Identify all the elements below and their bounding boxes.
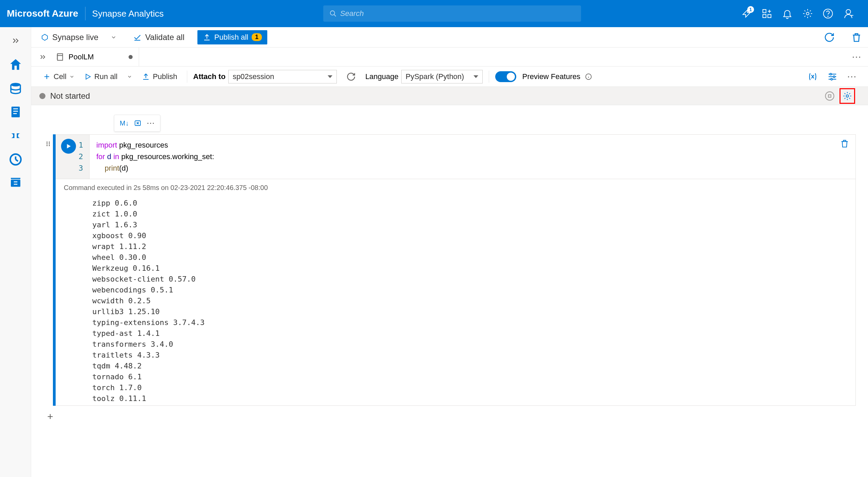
refresh-button[interactable] [824,32,835,43]
add-cell-button[interactable]: Cell [39,70,78,83]
code-cell: 1 2 3 import pkg_resources for d in pkg_… [53,134,856,406]
double-chevron-icon [39,53,47,61]
output-text: zipp 0.6.0 zict 1.0.0 yarl 1.6.3 xgboost… [64,198,847,404]
play-icon [65,142,72,150]
cell-toolbar: M↓ ⋯ [114,115,160,132]
publish-all-button[interactable]: Publish all 1 [197,30,267,44]
apps-icon[interactable] [761,7,773,20]
sidebar-develop[interactable] [5,102,26,122]
stop-icon[interactable] [825,91,835,101]
status-bar: Not started [31,87,868,105]
cell-label: Cell [54,72,66,81]
mode-selector[interactable]: Synapse live [37,31,120,44]
preview-label: Preview Features [522,72,580,81]
run-all-label: Run all [94,72,117,81]
trash-icon [851,32,862,43]
svg-point-44 [46,141,47,142]
code-area[interactable]: 1 2 3 import pkg_resources for d in pkg_… [56,135,855,179]
svg-point-9 [11,83,20,87]
notifications-icon[interactable]: 1 [740,7,753,20]
svg-rect-17 [14,182,17,183]
svg-rect-16 [11,178,20,179]
publish-button[interactable]: Publish [138,70,180,83]
svg-rect-12 [13,111,18,112]
sidebar-home[interactable] [5,54,26,75]
refresh-session-button[interactable] [343,70,359,83]
run-all-button[interactable]: Run all [81,70,121,83]
publish-label: Publish [153,72,177,81]
variables-icon [808,72,818,82]
svg-point-40 [846,95,849,97]
chevron-down-icon [69,74,75,79]
svg-point-5 [806,12,809,15]
tab-label: PoolLM [69,53,94,61]
cell-handle[interactable] [43,134,53,406]
svg-rect-2 [763,9,766,13]
run-dropdown[interactable] [123,72,136,81]
bell-icon[interactable] [781,7,793,20]
divider [489,71,489,83]
tab-strip: PoolLM ⋯ [31,47,868,66]
add-cell-bottom-button[interactable]: + [43,410,57,423]
svg-point-46 [46,143,47,144]
clear-output-button[interactable] [134,119,142,127]
language-label: Language [365,72,399,81]
sidebar-expand[interactable] [5,31,26,51]
tab-more-button[interactable]: ⋯ [852,51,861,62]
tab-notebook[interactable]: PoolLM [50,47,139,66]
tab-expand-button[interactable] [36,50,50,64]
sliders-icon [827,72,837,82]
markdown-button[interactable]: M↓ [120,119,129,127]
help-icon[interactable] [822,7,834,20]
notebook-toolbar: Cell Run all Publish Attach to sp02sessi… [31,66,868,87]
sidebar-data[interactable] [5,78,26,98]
brand-name[interactable]: Microsoft Azure [7,8,78,19]
line-number: 2 [56,151,89,163]
erase-icon [134,119,142,127]
product-name: Synapse Analytics [92,8,164,19]
validate-all-button[interactable]: Validate all [130,31,188,44]
preview-toggle[interactable] [495,71,516,82]
upload-icon [203,33,211,41]
svg-line-1 [334,15,336,17]
delete-cell-button[interactable] [840,139,849,148]
sidebar-integrate[interactable] [5,126,26,146]
nb-more-button[interactable]: ⋯ [844,69,860,84]
sidebar-monitor[interactable] [5,149,26,170]
divider [187,71,187,83]
drag-icon [45,139,52,149]
svg-marker-28 [86,74,90,79]
publish-label: Publish all [214,33,248,42]
search-icon [329,10,337,17]
session-settings-button[interactable] [840,88,855,104]
attach-dropdown[interactable]: sp02session [228,70,337,83]
code-editor[interactable]: import pkg_resources for d in pkg_resour… [90,135,855,179]
svg-marker-19 [42,34,47,40]
search-box[interactable] [323,5,581,22]
language-dropdown[interactable]: PySpark (Python) [401,70,483,83]
sidebar-manage[interactable] [5,173,26,193]
search-input[interactable] [340,9,575,18]
attach-label: Attach to [193,72,226,81]
settings-icon[interactable] [802,7,814,20]
output-meta: Command executed in 2s 58ms on 02-23-202… [64,184,847,192]
svg-rect-21 [57,54,62,60]
svg-point-8 [846,9,850,14]
svg-marker-50 [67,144,71,149]
check-icon [133,33,142,42]
validate-label: Validate all [145,33,185,42]
cell-more-button[interactable]: ⋯ [147,118,155,128]
info-icon[interactable] [585,73,592,80]
variables-button[interactable] [804,70,821,84]
gear-icon [843,91,852,101]
feedback-icon[interactable] [842,7,854,20]
svg-point-0 [330,11,335,15]
notebook-icon [56,53,64,61]
run-cell-button[interactable] [61,139,76,154]
svg-rect-15 [11,180,20,187]
divider [85,7,85,20]
language-value: PySpark (Python) [406,72,464,81]
delete-button[interactable] [851,32,862,43]
filter-button[interactable] [824,70,841,84]
chevron-down-icon [111,34,117,40]
